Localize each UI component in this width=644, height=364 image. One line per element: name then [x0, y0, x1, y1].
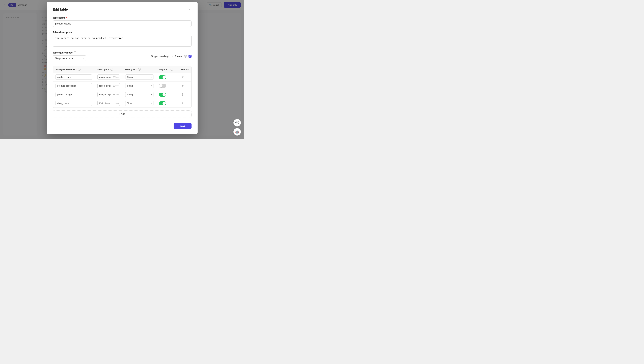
char-counter: 18/300 — [113, 94, 118, 96]
field-name-input[interactable] — [56, 83, 92, 88]
modal-header: Edit table × — [53, 7, 192, 12]
edit-table-modal: Edit table × Table name * Table descript… — [46, 2, 198, 134]
table-row: 38/300 String Number Boolean Time ▼ — [53, 82, 191, 90]
fields-table: Storage field name * i Description i Dat… — [53, 66, 192, 108]
col-header-field-name: Storage field name * i — [53, 66, 95, 73]
table-description-label: Table description — [53, 31, 192, 34]
description-cell: 23/300 — [95, 73, 122, 81]
table-description-input[interactable]: for recording and retrieving product inf… — [53, 35, 192, 47]
modal-footer: Save — [53, 122, 192, 129]
table-name-label: Table name * — [53, 16, 192, 19]
query-mode-label: Table query mode i — [53, 51, 86, 54]
delete-button[interactable]: 🗑 — [180, 92, 185, 97]
close-button[interactable]: × — [187, 7, 192, 12]
description-info-icon[interactable]: i — [110, 68, 113, 70]
field-name-input[interactable] — [56, 101, 92, 106]
query-mode-select-wrapper: Single-user mode Multi-user mode Global … — [53, 55, 86, 61]
modal-title: Edit table — [53, 8, 68, 12]
field-name-input[interactable] — [56, 92, 92, 97]
table-name-input[interactable] — [53, 20, 192, 27]
char-counter: 38/300 — [113, 85, 118, 87]
data-type-select[interactable]: String Number Boolean Time — [125, 74, 154, 80]
char-counter: 23/300 — [113, 76, 118, 78]
required-cell — [156, 82, 178, 90]
data-type-cell: String Number Boolean Time ▼ — [122, 82, 156, 90]
toggle-thumb — [162, 76, 166, 79]
toggle-thumb — [162, 93, 166, 96]
supports-prompt-label: Supports calling in the Prompt — [151, 55, 182, 58]
desc-wrapper: 23/300 — [98, 74, 120, 80]
required-toggle[interactable] — [159, 101, 166, 105]
required-indicator: * — [66, 16, 67, 19]
toggle-thumb — [159, 84, 162, 88]
col-header-description: Description i — [95, 66, 122, 73]
add-field-button[interactable]: + Add — [53, 110, 192, 118]
actions-cell: 🗑 — [178, 100, 191, 107]
data-type-required: * — [136, 68, 137, 70]
field-name-required: * — [76, 68, 77, 70]
type-select-wrapper: String Number Boolean Time ▼ — [125, 83, 154, 88]
field-name-cell — [53, 73, 95, 81]
data-type-select[interactable]: String Number Boolean Time — [125, 101, 154, 106]
required-toggle[interactable] — [159, 92, 166, 96]
required-cell — [156, 100, 178, 107]
actions-cell: 🗑 — [178, 82, 191, 90]
toggle-thumb — [162, 102, 166, 105]
char-counter: 0/300 — [114, 102, 118, 104]
required-toggle[interactable] — [159, 84, 166, 88]
delete-button[interactable]: 🗑 — [180, 84, 185, 88]
data-type-select[interactable]: String Number Boolean Time — [125, 83, 154, 88]
col-header-required: Required? i — [156, 66, 178, 73]
data-type-cell: String Number Boolean Time ▼ — [122, 99, 156, 108]
query-mode-select[interactable]: Single-user mode Multi-user mode Global … — [53, 55, 86, 61]
delete-button[interactable]: 🗑 — [180, 75, 185, 79]
required-cell — [156, 74, 178, 81]
description-cell: 18/300 — [95, 90, 122, 99]
type-select-wrapper: String Number Boolean Time ▼ — [125, 74, 154, 80]
required-info-icon[interactable]: i — [170, 68, 173, 70]
field-name-cell — [53, 90, 95, 99]
field-name-cell — [53, 82, 95, 90]
desc-wrapper: 38/300 — [98, 83, 120, 88]
required-toggle[interactable] — [159, 75, 166, 79]
query-mode-row: Table query mode i Single-user mode Mult… — [53, 51, 192, 61]
required-cell — [156, 91, 178, 98]
floating-actions: 💬 🤖 — [234, 119, 241, 136]
table-name-section: Table name * — [53, 16, 192, 27]
data-type-info-icon[interactable]: i — [138, 68, 141, 70]
desc-wrapper: 18/300 — [98, 92, 120, 97]
field-name-input[interactable] — [56, 74, 92, 80]
supports-prompt-row: Supports calling in the Prompt i — [151, 55, 192, 58]
data-type-select[interactable]: String Number Boolean Time — [125, 92, 154, 97]
field-name-cell — [53, 99, 95, 108]
table-description-section: Table description for recording and retr… — [53, 31, 192, 47]
type-select-wrapper: String Number Boolean Time ▼ — [125, 92, 154, 97]
actions-cell: 🗑 — [178, 73, 191, 81]
table-header: Storage field name * i Description i Dat… — [53, 66, 191, 73]
save-button[interactable]: Save — [174, 123, 192, 129]
data-type-cell: String Number Boolean Time ▼ — [122, 90, 156, 99]
table-row: 23/300 String Number Boolean Time ▼ — [53, 73, 191, 82]
query-mode-info-icon[interactable]: i — [74, 51, 76, 54]
table-row: 0/300 String Number Boolean Time ▼ — [53, 99, 191, 108]
col-header-actions: Actions — [178, 66, 191, 73]
bot-icon: 🤖 — [235, 130, 239, 134]
col-header-data-type: Data type * i — [122, 66, 156, 73]
table-row: 18/300 String Number Boolean Time ▼ — [53, 90, 191, 99]
query-mode-left: Table query mode i Single-user mode Mult… — [53, 51, 86, 61]
description-cell: 0/300 — [95, 99, 122, 108]
supports-prompt-info-icon[interactable]: i — [184, 55, 187, 58]
type-select-wrapper: String Number Boolean Time ▼ — [125, 101, 154, 106]
desc-wrapper: 0/300 — [98, 101, 120, 106]
delete-button[interactable]: 🗑 — [180, 101, 185, 106]
data-type-cell: String Number Boolean Time ▼ — [122, 73, 156, 81]
chat-icon: 💬 — [235, 121, 239, 125]
supports-prompt-checkbox[interactable] — [188, 55, 192, 58]
bot-float-button[interactable]: 🤖 — [234, 128, 241, 136]
description-cell: 38/300 — [95, 82, 122, 90]
field-name-info-icon[interactable]: i — [78, 68, 80, 70]
actions-cell: 🗑 — [178, 91, 191, 98]
chat-float-button[interactable]: 💬 — [234, 119, 241, 126]
modal-overlay: Edit table × Table name * Table descript… — [0, 0, 244, 139]
